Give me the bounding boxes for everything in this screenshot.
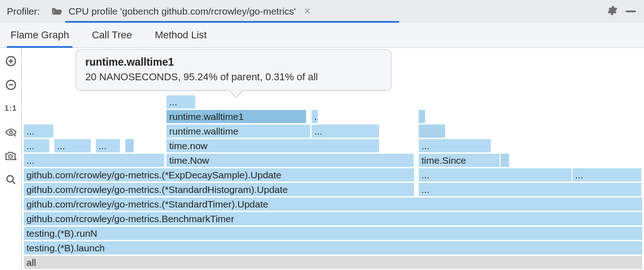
flame-frame[interactable]: testing.(*B).runN	[23, 226, 643, 240]
flame-frame[interactable]: ...	[572, 168, 642, 182]
flame-row: ...time.Nowtime.Since	[23, 153, 644, 168]
flame-tooltip: runtime.walltime1 20 NANOSECONDS, 95.24%…	[76, 49, 391, 91]
flame-frame[interactable]: ...	[418, 182, 642, 197]
flame-frame[interactable]: time.Since	[418, 153, 500, 167]
flame-frame[interactable]: ...	[311, 109, 318, 124]
flame-frame[interactable]: ...	[23, 139, 50, 153]
folder-open-icon	[51, 7, 63, 16]
profile-title: CPU profile 'gobench github.com/rcrowley…	[68, 6, 296, 17]
flame-row: testing.(*B).runN	[23, 226, 644, 241]
flame-row: .........time.now...	[23, 139, 644, 153]
flame-frame[interactable]	[125, 139, 134, 153]
tooltip-detail: 20 NANOSECONDS, 95.24% of parent, 0.31% …	[85, 71, 382, 83]
svg-point-2	[9, 131, 12, 134]
flame-frame[interactable]: github.com/rcrowley/go-metrics.(*Standar…	[23, 182, 415, 197]
tab-call-tree[interactable]: Call Tree	[92, 23, 132, 47]
svg-point-3	[9, 155, 12, 158]
profiler-tabs: Flame Graph Call Tree Method List	[0, 23, 644, 48]
flame-frame[interactable]: runtime.walltime1	[166, 109, 306, 124]
flame-frame[interactable]: testing.(*B).launch	[23, 241, 643, 255]
flame-frame[interactable]: time.now	[166, 139, 379, 153]
flame-frame[interactable]: runtime.walltime	[166, 124, 311, 138]
flame-graph[interactable]: ...runtime.walltime1......runtime.wallti…	[23, 95, 644, 270]
tab-label: Flame Graph	[10, 29, 69, 41]
flame-row: ...runtime.walltime...	[23, 124, 644, 139]
flame-frame[interactable]: ...	[311, 124, 379, 138]
profiler-label: Profiler:	[7, 6, 40, 17]
flame-row: github.com/rcrowley/go-metrics.(*Standar…	[23, 182, 644, 197]
search-button[interactable]	[3, 172, 19, 187]
flame-frame[interactable]: github.com/rcrowley/go-metrics.Benchmark…	[23, 212, 643, 226]
flame-frame[interactable]: time.Now	[166, 153, 414, 167]
tab-flame-graph[interactable]: Flame Graph	[10, 23, 69, 47]
flame-frame[interactable]: all	[23, 255, 643, 270]
flame-row: github.com/rcrowley/go-metrics.(*ExpDeca…	[23, 168, 644, 182]
flame-row: github.com/rcrowley/go-metrics.(*Standar…	[23, 197, 644, 212]
one-to-one-label: 1:1	[5, 104, 17, 113]
tab-method-list[interactable]: Method List	[155, 23, 207, 47]
profiler-body: 1:1 ...runtime.walltime1......runtime.wa…	[0, 48, 644, 270]
flame-row: runtime.walltime1...	[23, 109, 644, 124]
flame-frame[interactable]: github.com/rcrowley/go-metrics.(*Standar…	[23, 197, 643, 211]
gear-icon[interactable]	[607, 5, 618, 18]
flame-frame[interactable]	[418, 109, 426, 124]
tooltip-title: runtime.walltime1	[85, 56, 382, 68]
svg-point-4	[7, 176, 13, 182]
screenshot-button[interactable]	[3, 148, 19, 164]
flame-frame[interactable]: ...	[418, 168, 572, 182]
flame-frame[interactable]: github.com/rcrowley/go-metrics.(*ExpDeca…	[23, 168, 415, 182]
flame-frame[interactable]: ...	[95, 139, 120, 153]
flame-frame[interactable]: ...	[166, 95, 196, 109]
flame-frame[interactable]	[500, 153, 509, 167]
flame-frame[interactable]: ...	[23, 153, 165, 167]
tab-label: Method List	[155, 29, 207, 41]
tab-label: Call Tree	[92, 29, 132, 41]
flame-row: all	[23, 255, 644, 270]
flame-row: ...	[23, 95, 644, 109]
flame-graph-area[interactable]: ...runtime.walltime1......runtime.wallti…	[22, 48, 644, 270]
flame-frame[interactable]: ...	[23, 124, 54, 138]
zoom-out-button[interactable]	[3, 77, 19, 93]
zoom-in-button[interactable]	[3, 53, 19, 69]
focus-selection-button[interactable]	[3, 125, 19, 140]
minimize-icon[interactable]	[626, 10, 636, 12]
flame-row: github.com/rcrowley/go-metrics.Benchmark…	[23, 212, 644, 226]
flame-frame[interactable]: ...	[54, 139, 91, 153]
flame-frame[interactable]	[418, 124, 446, 138]
actual-size-button[interactable]: 1:1	[3, 101, 19, 116]
profiler-header: Profiler: CPU profile 'gobench github.co…	[0, 0, 644, 23]
flame-toolbar: 1:1	[0, 48, 22, 270]
close-tab-icon[interactable]	[304, 7, 311, 16]
flame-row: testing.(*B).launch	[23, 241, 644, 255]
flame-frame[interactable]: ...	[418, 139, 491, 153]
